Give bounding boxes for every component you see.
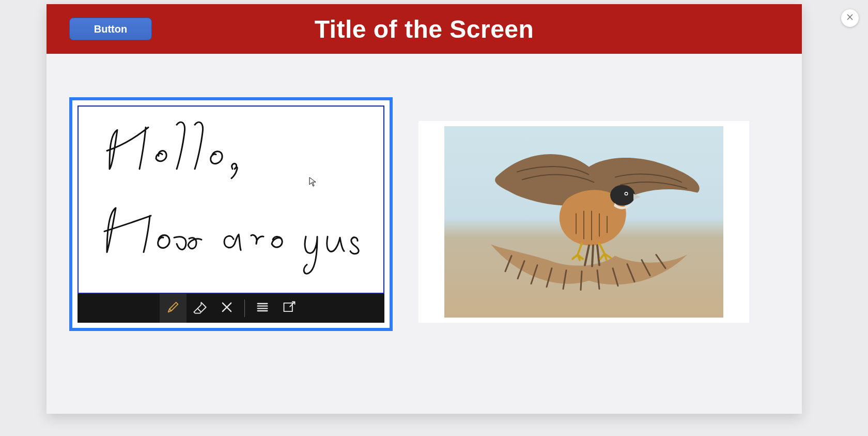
toolbar-separator: [244, 299, 245, 317]
lines-icon: [255, 300, 270, 317]
ink-toolbar: [78, 294, 384, 323]
clear-tool-button[interactable]: [213, 294, 240, 323]
falcon-illustration: [460, 136, 708, 302]
edit-icon: [282, 300, 297, 317]
content-area: [47, 54, 802, 414]
close-button[interactable]: [841, 9, 859, 27]
handwriting-svg: [79, 107, 383, 294]
header-button[interactable]: Button: [69, 18, 152, 40]
ruled-lines-button[interactable]: [249, 294, 276, 323]
signature-panel: [69, 97, 393, 331]
header-bar: Button Title of the Screen: [47, 4, 802, 54]
svg-point-3: [625, 193, 627, 195]
close-icon: [846, 13, 854, 23]
clear-icon: [220, 300, 234, 317]
eraser-icon: [193, 300, 207, 317]
pen-icon: [166, 300, 180, 317]
falcon-image: [444, 126, 723, 318]
svg-rect-0: [284, 303, 292, 311]
pen-tool-button[interactable]: [160, 294, 187, 323]
page-title: Title of the Screen: [315, 15, 534, 43]
eraser-tool-button[interactable]: [187, 294, 213, 323]
signature-canvas[interactable]: [79, 107, 383, 294]
app-modal: Button Title of the Screen: [47, 4, 802, 414]
svg-point-1: [610, 185, 635, 206]
edit-text-button[interactable]: [276, 294, 303, 323]
image-panel: [419, 121, 749, 323]
